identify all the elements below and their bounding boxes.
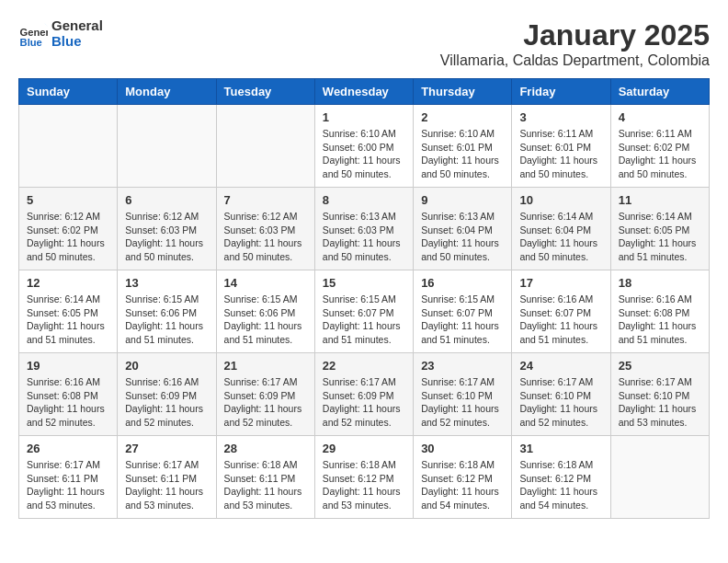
day-number: 27 bbox=[125, 442, 208, 455]
day-number: 11 bbox=[619, 193, 701, 207]
logo: General Blue General Blue bbox=[18, 18, 103, 49]
day-number: 20 bbox=[125, 359, 208, 373]
week-row-5: 26Sunrise: 6:17 AM Sunset: 6:11 PM Dayli… bbox=[19, 436, 710, 519]
day-number: 21 bbox=[224, 359, 307, 373]
day-info: Sunrise: 6:17 AM Sunset: 6:09 PM Dayligh… bbox=[323, 375, 405, 430]
calendar-cell: 8Sunrise: 6:13 AM Sunset: 6:03 PM Daylig… bbox=[314, 188, 413, 270]
day-info: Sunrise: 6:18 AM Sunset: 6:11 PM Dayligh… bbox=[224, 458, 307, 512]
calendar-cell: 11Sunrise: 6:14 AM Sunset: 6:05 PM Dayli… bbox=[610, 188, 709, 270]
calendar-cell: 27Sunrise: 6:17 AM Sunset: 6:11 PM Dayli… bbox=[118, 436, 216, 519]
day-info: Sunrise: 6:16 AM Sunset: 6:08 PM Dayligh… bbox=[619, 293, 701, 347]
day-number: 17 bbox=[519, 276, 602, 290]
header-tuesday: Tuesday bbox=[216, 79, 314, 105]
calendar-cell: 31Sunrise: 6:18 AM Sunset: 6:12 PM Dayli… bbox=[512, 436, 610, 519]
calendar-cell bbox=[19, 105, 118, 188]
calendar-cell: 23Sunrise: 6:17 AM Sunset: 6:10 PM Dayli… bbox=[414, 353, 512, 436]
logo-general: General bbox=[51, 18, 103, 34]
calendar-cell bbox=[216, 105, 314, 188]
day-number: 10 bbox=[519, 193, 602, 207]
day-info: Sunrise: 6:18 AM Sunset: 6:12 PM Dayligh… bbox=[421, 458, 504, 512]
calendar-cell: 16Sunrise: 6:15 AM Sunset: 6:07 PM Dayli… bbox=[414, 270, 512, 353]
calendar-cell: 19Sunrise: 6:16 AM Sunset: 6:08 PM Dayli… bbox=[19, 353, 118, 436]
day-info: Sunrise: 6:13 AM Sunset: 6:03 PM Dayligh… bbox=[323, 210, 405, 264]
calendar-cell: 15Sunrise: 6:15 AM Sunset: 6:07 PM Dayli… bbox=[314, 270, 413, 353]
logo-blue: Blue bbox=[51, 34, 103, 50]
svg-text:Blue: Blue bbox=[20, 36, 42, 47]
calendar-cell bbox=[610, 436, 709, 519]
day-number: 7 bbox=[224, 193, 307, 207]
day-info: Sunrise: 6:15 AM Sunset: 6:06 PM Dayligh… bbox=[125, 293, 208, 347]
calendar-cell: 24Sunrise: 6:17 AM Sunset: 6:10 PM Dayli… bbox=[512, 353, 610, 436]
logo-icon: General Blue bbox=[18, 19, 48, 49]
day-info: Sunrise: 6:18 AM Sunset: 6:12 PM Dayligh… bbox=[519, 458, 602, 512]
day-number: 9 bbox=[421, 193, 504, 207]
day-info: Sunrise: 6:15 AM Sunset: 6:07 PM Dayligh… bbox=[323, 293, 405, 347]
day-info: Sunrise: 6:17 AM Sunset: 6:09 PM Dayligh… bbox=[224, 375, 307, 430]
day-info: Sunrise: 6:17 AM Sunset: 6:10 PM Dayligh… bbox=[519, 375, 602, 430]
calendar-cell: 3Sunrise: 6:11 AM Sunset: 6:01 PM Daylig… bbox=[512, 105, 610, 188]
day-info: Sunrise: 6:12 AM Sunset: 6:03 PM Dayligh… bbox=[125, 210, 208, 264]
calendar-cell: 13Sunrise: 6:15 AM Sunset: 6:06 PM Dayli… bbox=[118, 270, 216, 353]
calendar-cell: 22Sunrise: 6:17 AM Sunset: 6:09 PM Dayli… bbox=[314, 353, 413, 436]
calendar-cell: 18Sunrise: 6:16 AM Sunset: 6:08 PM Dayli… bbox=[610, 270, 709, 353]
day-info: Sunrise: 6:15 AM Sunset: 6:06 PM Dayligh… bbox=[224, 293, 307, 347]
page-subtitle: Villamaria, Caldas Department, Colombia bbox=[440, 52, 710, 69]
week-row-1: 1Sunrise: 6:10 AM Sunset: 6:00 PM Daylig… bbox=[19, 105, 710, 188]
day-info: Sunrise: 6:13 AM Sunset: 6:04 PM Dayligh… bbox=[421, 210, 504, 264]
day-info: Sunrise: 6:16 AM Sunset: 6:08 PM Dayligh… bbox=[27, 375, 109, 430]
day-info: Sunrise: 6:18 AM Sunset: 6:12 PM Dayligh… bbox=[323, 458, 405, 512]
day-number: 6 bbox=[125, 193, 208, 207]
day-number: 1 bbox=[323, 110, 405, 124]
day-info: Sunrise: 6:17 AM Sunset: 6:10 PM Dayligh… bbox=[421, 375, 504, 430]
day-number: 12 bbox=[27, 276, 109, 290]
day-number: 4 bbox=[619, 110, 701, 124]
day-info: Sunrise: 6:12 AM Sunset: 6:03 PM Dayligh… bbox=[224, 210, 307, 264]
day-info: Sunrise: 6:16 AM Sunset: 6:07 PM Dayligh… bbox=[519, 293, 602, 347]
day-info: Sunrise: 6:14 AM Sunset: 6:05 PM Dayligh… bbox=[619, 210, 701, 264]
day-number: 25 bbox=[619, 359, 701, 373]
header-thursday: Thursday bbox=[414, 79, 512, 105]
week-row-2: 5Sunrise: 6:12 AM Sunset: 6:02 PM Daylig… bbox=[19, 188, 710, 270]
day-number: 14 bbox=[224, 276, 307, 290]
day-number: 23 bbox=[421, 359, 504, 373]
calendar-cell: 4Sunrise: 6:11 AM Sunset: 6:02 PM Daylig… bbox=[610, 105, 709, 188]
calendar-cell: 21Sunrise: 6:17 AM Sunset: 6:09 PM Dayli… bbox=[216, 353, 314, 436]
calendar-cell: 14Sunrise: 6:15 AM Sunset: 6:06 PM Dayli… bbox=[216, 270, 314, 353]
calendar-cell: 5Sunrise: 6:12 AM Sunset: 6:02 PM Daylig… bbox=[19, 188, 118, 270]
day-info: Sunrise: 6:14 AM Sunset: 6:04 PM Dayligh… bbox=[519, 210, 602, 264]
day-info: Sunrise: 6:17 AM Sunset: 6:11 PM Dayligh… bbox=[27, 458, 109, 512]
day-number: 8 bbox=[323, 193, 405, 207]
day-info: Sunrise: 6:15 AM Sunset: 6:07 PM Dayligh… bbox=[421, 293, 504, 347]
title-block: January 2025 Villamaria, Caldas Departme… bbox=[440, 18, 710, 69]
day-info: Sunrise: 6:17 AM Sunset: 6:10 PM Dayligh… bbox=[619, 375, 701, 430]
calendar-cell: 26Sunrise: 6:17 AM Sunset: 6:11 PM Dayli… bbox=[19, 436, 118, 519]
calendar-cell: 2Sunrise: 6:10 AM Sunset: 6:01 PM Daylig… bbox=[414, 105, 512, 188]
svg-text:General: General bbox=[20, 26, 48, 37]
day-number: 22 bbox=[323, 359, 405, 373]
calendar-cell: 29Sunrise: 6:18 AM Sunset: 6:12 PM Dayli… bbox=[314, 436, 413, 519]
day-info: Sunrise: 6:11 AM Sunset: 6:02 PM Dayligh… bbox=[619, 127, 701, 181]
day-number: 15 bbox=[323, 276, 405, 290]
day-number: 24 bbox=[519, 359, 602, 373]
week-row-4: 19Sunrise: 6:16 AM Sunset: 6:08 PM Dayli… bbox=[19, 353, 710, 436]
day-number: 29 bbox=[323, 442, 405, 455]
calendar-cell: 20Sunrise: 6:16 AM Sunset: 6:09 PM Dayli… bbox=[118, 353, 216, 436]
day-number: 3 bbox=[519, 110, 602, 124]
day-number: 31 bbox=[519, 442, 602, 455]
day-number: 28 bbox=[224, 442, 307, 455]
calendar-cell: 25Sunrise: 6:17 AM Sunset: 6:10 PM Dayli… bbox=[610, 353, 709, 436]
day-info: Sunrise: 6:10 AM Sunset: 6:01 PM Dayligh… bbox=[421, 127, 504, 181]
day-info: Sunrise: 6:12 AM Sunset: 6:02 PM Dayligh… bbox=[27, 210, 109, 264]
calendar-cell: 7Sunrise: 6:12 AM Sunset: 6:03 PM Daylig… bbox=[216, 188, 314, 270]
week-row-3: 12Sunrise: 6:14 AM Sunset: 6:05 PM Dayli… bbox=[19, 270, 710, 353]
day-number: 16 bbox=[421, 276, 504, 290]
day-info: Sunrise: 6:11 AM Sunset: 6:01 PM Dayligh… bbox=[519, 127, 602, 181]
day-info: Sunrise: 6:16 AM Sunset: 6:09 PM Dayligh… bbox=[125, 375, 208, 430]
day-info: Sunrise: 6:10 AM Sunset: 6:00 PM Dayligh… bbox=[323, 127, 405, 181]
header-wednesday: Wednesday bbox=[314, 79, 413, 105]
calendar-cell: 30Sunrise: 6:18 AM Sunset: 6:12 PM Dayli… bbox=[414, 436, 512, 519]
header-monday: Monday bbox=[118, 79, 216, 105]
page-title: January 2025 bbox=[440, 18, 710, 52]
header-saturday: Saturday bbox=[610, 79, 709, 105]
calendar-table: SundayMondayTuesdayWednesdayThursdayFrid… bbox=[18, 78, 710, 519]
